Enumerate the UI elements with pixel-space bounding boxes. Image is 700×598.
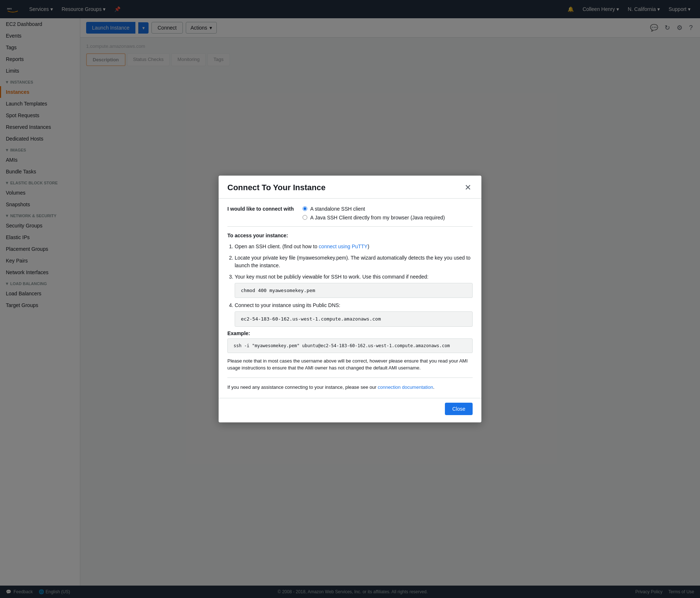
- step-3: Your key must not be publicly viewable f…: [235, 273, 473, 298]
- modal-body: I would like to connect with A standalon…: [219, 199, 481, 398]
- option-java-label[interactable]: A Java SSH Client directly from my brows…: [303, 215, 445, 221]
- modal-overlay: Connect To Your Instance ✕ I would like …: [0, 0, 700, 598]
- modal-close-button[interactable]: ✕: [463, 184, 473, 192]
- connect-modal: Connect To Your Instance ✕ I would like …: [219, 176, 481, 423]
- option-ssh-label[interactable]: A standalone SSH client: [303, 206, 445, 212]
- access-title: To access your instance:: [227, 233, 473, 238]
- divider-1: [227, 226, 473, 227]
- option-java-radio[interactable]: [303, 215, 307, 220]
- public-dns: ec2-54-183-60-162.us-west-1.compute.amaz…: [235, 311, 473, 327]
- example-command: ssh -i "myawesomekey.pem" ubuntu@ec2-54-…: [227, 338, 473, 353]
- step-1: Open an SSH client. (find out how to con…: [235, 243, 473, 250]
- putty-link[interactable]: connect using PuTTY: [319, 244, 368, 249]
- connect-options: I would like to connect with A standalon…: [227, 206, 473, 221]
- option-ssh-radio[interactable]: [303, 206, 307, 211]
- radio-group: A standalone SSH client A Java SSH Clien…: [303, 206, 445, 221]
- example-title: Example:: [227, 330, 473, 336]
- connection-doc-link[interactable]: connection documentation: [378, 384, 433, 390]
- modal-close-btn[interactable]: Close: [445, 403, 473, 415]
- divider-2: [227, 377, 473, 378]
- modal-header: Connect To Your Instance ✕: [219, 176, 481, 199]
- connect-question: I would like to connect with: [227, 206, 294, 212]
- step-4: Connect to your instance using its Publi…: [235, 302, 473, 327]
- note-text: Please note that in most cases the usern…: [227, 357, 473, 372]
- assist-text: If you need any assistance connecting to…: [227, 384, 473, 391]
- modal-title: Connect To Your Instance: [227, 183, 326, 192]
- step-2: Locate your private key file (myawesomek…: [235, 254, 473, 269]
- chmod-command: chmod 400 myawesomekey.pem: [235, 283, 473, 298]
- steps-list: Open an SSH client. (find out how to con…: [227, 243, 473, 327]
- modal-footer: Close: [219, 398, 481, 422]
